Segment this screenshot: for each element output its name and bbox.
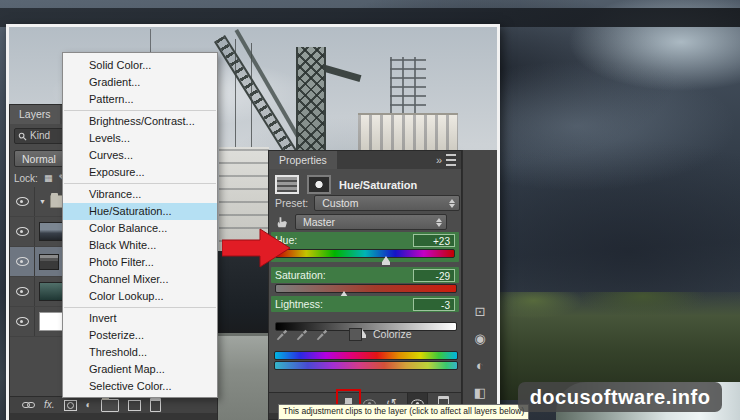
new-adjustment-layer-icon[interactable]: ◐	[86, 400, 92, 410]
eyedropper-icon[interactable]	[275, 327, 289, 341]
menu-item-color-lookup[interactable]: Color Lookup...	[63, 288, 217, 305]
lattice-mast	[390, 57, 426, 115]
adjustments-panel-icon[interactable]: ⊡	[470, 302, 490, 322]
search-icon	[18, 132, 27, 141]
menu-item-black-white[interactable]: Black White...	[63, 237, 217, 254]
select-arrows-icon	[449, 199, 455, 208]
tooltip: This adjustment clips to the layer (clic…	[278, 404, 529, 420]
channel-row: Master	[275, 214, 447, 230]
menu-item-hue-saturation[interactable]: Hue/Saturation...	[63, 203, 217, 220]
preset-label: Preset:	[275, 197, 308, 209]
channel-select[interactable]: Master	[295, 214, 447, 230]
eyedropper-row: Colorize	[275, 327, 412, 341]
hue-saturation-adjustment-thumbnail	[39, 254, 59, 270]
saturation-value-field[interactable]: -29	[413, 269, 455, 282]
colorize-checkbox[interactable]	[349, 328, 362, 341]
new-adjustment-layer-menu: Solid Color... Gradient... Pattern... Br…	[62, 52, 218, 398]
lightness-highlight-annotation: Lightness: -3	[271, 296, 459, 312]
preset-select[interactable]: Custom	[314, 195, 460, 211]
kind-filter-label: Kind	[30, 128, 50, 144]
adjustment-title-row: Hue/Saturation	[275, 175, 417, 194]
menu-item-solid-color[interactable]: Solid Color...	[63, 57, 217, 74]
new-group-icon[interactable]	[101, 399, 119, 412]
menu-item-vibrance[interactable]: Vibrance...	[63, 186, 217, 203]
visibility-toggle[interactable]	[10, 257, 34, 266]
link-layers-icon[interactable]	[22, 401, 35, 409]
visibility-toggle[interactable]	[10, 317, 34, 326]
menu-separator	[64, 110, 216, 111]
lightness-value-field[interactable]: -3	[413, 298, 455, 311]
saturation-slider[interactable]	[275, 284, 457, 293]
menu-item-selective-color[interactable]: Selective Color...	[63, 378, 217, 395]
menu-item-exposure[interactable]: Exposure...	[63, 164, 217, 181]
eyedropper-minus-icon[interactable]	[315, 327, 329, 341]
menu-item-channel-mixer[interactable]: Channel Mixer...	[63, 271, 217, 288]
channel-value: Master	[303, 216, 335, 228]
adjustment-title: Hue/Saturation	[339, 179, 417, 191]
properties-panel-header: Properties »	[269, 151, 461, 169]
menu-item-color-balance[interactable]: Color Balance...	[63, 220, 217, 237]
libraries-panel-icon[interactable]: ◉	[470, 329, 490, 349]
menu-item-levels[interactable]: Levels...	[63, 130, 217, 147]
menu-item-invert[interactable]: Invert	[63, 310, 217, 327]
visibility-toggle[interactable]	[10, 287, 34, 296]
eyedropper-plus-icon[interactable]	[295, 327, 309, 341]
layer-mask-icon[interactable]	[307, 175, 331, 194]
layer-style-fx-icon[interactable]: fx.	[44, 400, 55, 410]
saturation-highlight-annotation: Saturation: -29	[271, 267, 459, 283]
disclosure-triangle-icon[interactable]: ▼	[39, 198, 46, 205]
delete-layer-icon[interactable]	[150, 398, 161, 412]
menu-separator	[64, 183, 216, 184]
red-arrow-annotation	[222, 226, 292, 270]
hue-highlight-annotation: Hue: +23	[271, 232, 459, 262]
eye-icon	[16, 197, 29, 206]
tab-layers[interactable]: Layers	[10, 105, 60, 124]
menu-item-brightness-contrast[interactable]: Brightness/Contrast...	[63, 113, 217, 130]
preset-row: Preset: Custom	[275, 195, 460, 211]
dock	[214, 333, 276, 420]
menu-item-pattern[interactable]: Pattern...	[63, 91, 217, 108]
storm-dark-cloud-band	[0, 8, 740, 27]
add-layer-mask-icon[interactable]	[64, 400, 77, 411]
menu-item-photo-filter[interactable]: Photo Filter...	[63, 254, 217, 271]
visibility-toggle[interactable]	[10, 227, 34, 236]
hue-slider-thumb[interactable]	[382, 256, 390, 262]
hue-spectrum-after-bar	[274, 361, 458, 370]
hue-spectrum-before-bar	[274, 351, 458, 360]
panel-bottom-edge	[10, 413, 217, 420]
new-layer-icon[interactable]	[128, 400, 141, 411]
eye-icon	[16, 287, 29, 296]
visibility-toggle[interactable]	[10, 197, 34, 206]
panel-menu-icon[interactable]	[446, 154, 456, 166]
collapsed-panel-dock: ⊡ ◉ ◐ ◧	[462, 150, 497, 420]
collapse-panel-icon[interactable]: »	[436, 154, 440, 166]
menu-item-posterize[interactable]: Posterize...	[63, 327, 217, 344]
lock-options-row: Lock: ▦ ✎	[14, 171, 66, 185]
eye-icon	[16, 257, 29, 266]
layers-panel-footer: fx. ◐	[10, 396, 217, 413]
menu-separator	[64, 307, 216, 308]
tab-properties[interactable]: Properties	[269, 151, 337, 169]
menu-item-threshold[interactable]: Threshold...	[63, 344, 217, 361]
preset-value: Custom	[322, 197, 358, 209]
eye-icon	[16, 317, 29, 326]
watermark: docusoftware.info	[518, 382, 722, 412]
hue-value-field[interactable]: +23	[413, 234, 455, 247]
properties-panel: Properties » Hue/Saturation Preset: Cust…	[268, 150, 462, 420]
select-arrows-icon	[436, 218, 442, 227]
menu-item-gradient-map[interactable]: Gradient Map...	[63, 361, 217, 378]
eye-icon	[16, 227, 29, 236]
lightness-label: Lightness:	[275, 298, 323, 310]
lock-label: Lock:	[14, 173, 38, 184]
hue-saturation-icon	[275, 175, 299, 194]
colorize-label: Colorize	[373, 328, 412, 340]
saturation-label: Saturation:	[275, 269, 326, 281]
lock-transparency-icon[interactable]: ▦	[44, 173, 53, 183]
menu-item-gradient[interactable]: Gradient...	[63, 74, 217, 91]
adjustment-layer-panel-icon[interactable]: ◐	[470, 356, 490, 376]
masks-panel-icon[interactable]: ◧	[470, 383, 490, 403]
hue-slider[interactable]	[275, 249, 455, 258]
photoshop-screenshot: Layers Chan Kind Normal Lock: ▦ ✎ ▼	[0, 0, 740, 420]
menu-item-curves[interactable]: Curves...	[63, 147, 217, 164]
